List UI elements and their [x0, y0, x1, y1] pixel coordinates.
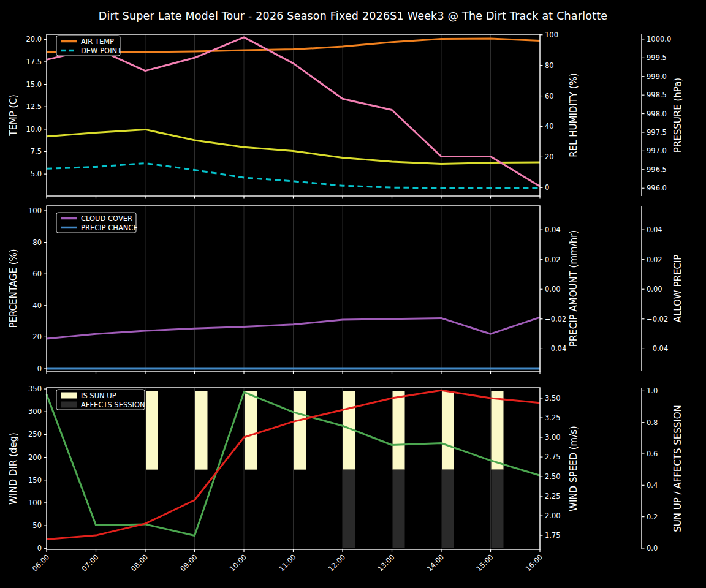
is-sun-up-bar [442, 391, 454, 469]
y-tick-label: 40 [32, 301, 42, 310]
y-tick-label: 0 [545, 183, 549, 192]
affects-session-legend-label: AFFECTS SESSION [81, 401, 145, 409]
x-tick-label: 12:00 [327, 552, 347, 573]
y-tick-label: 0.02 [545, 255, 561, 264]
y-tick-label: 0.00 [647, 285, 662, 293]
y-tick-label: 2.25 [545, 492, 561, 500]
x-tick-label: 07:00 [80, 552, 100, 573]
affects-session-bar [343, 470, 355, 548]
y-tick-label: 996.0 [647, 184, 667, 192]
y-tick-label: 1.75 [545, 531, 561, 540]
x-tick-label: 15:00 [474, 552, 495, 573]
affects-session-legend-swatch [61, 402, 77, 408]
y-tick-label: 0.04 [647, 225, 662, 234]
x-tick-label: 14:00 [425, 552, 446, 573]
axis-title: TEMP (C) [8, 94, 19, 137]
y-tick-label: 0.04 [545, 225, 561, 234]
y-tick-label: 0.2 [647, 513, 658, 521]
weather-charts-svg: 5.07.510.012.515.017.520.002040608010099… [0, 0, 706, 588]
y-tick-label: 998.0 [647, 110, 667, 118]
is-sun-up-bar [146, 391, 158, 469]
y-tick-label: 300 [28, 407, 42, 416]
y-tick-label: 7.5 [31, 147, 42, 156]
x-tick-label: 08:00 [129, 552, 150, 573]
y-tick-label: 150 [28, 476, 42, 484]
y-tick-label: −0.04 [545, 344, 566, 353]
y-tick-label: 60 [545, 92, 554, 100]
is-sun-up-bar [393, 391, 405, 469]
y-tick-label: 15.0 [26, 80, 42, 89]
legend: CLOUD COVERPRECIP CHANCE [56, 213, 138, 233]
y-tick-label: 2.00 [545, 511, 561, 520]
is-sun-up-bar [492, 391, 504, 469]
precip-chance-legend-label: PRECIP CHANCE [81, 224, 138, 232]
y-tick-label: 0.00 [545, 285, 561, 293]
y-tick-label: 0 [37, 364, 42, 373]
affects-session-bar [393, 470, 405, 548]
y-tick-label: 40 [545, 122, 554, 130]
x-tick-label: 13:00 [376, 552, 396, 573]
temperature-panel: 5.07.510.012.515.017.520.002040608010099… [8, 31, 683, 199]
y-tick-label: 12.5 [26, 102, 42, 111]
is-sun-up-bar [245, 391, 257, 469]
y-tick-label: 2.50 [545, 472, 561, 481]
axis-title: PRESSURE (hPa) [672, 78, 683, 153]
wind-panel: 06:0007:0008:0009:0010:0011:0012:0013:00… [8, 385, 683, 573]
weather-figure: { "title": "Dirt Super Late Model Tour -… [0, 0, 706, 588]
y-tick-label: 996.5 [647, 165, 667, 174]
y-tick-label: 10.0 [26, 125, 42, 134]
y-tick-label: −0.02 [545, 315, 566, 323]
air-temp-legend-label: AIR TEMP [81, 37, 114, 46]
y-tick-label: −0.02 [647, 315, 668, 323]
y-tick-label: 50 [32, 521, 42, 530]
y-tick-label: 100 [545, 31, 558, 39]
legend: IS SUN UPAFFECTS SESSION [56, 390, 145, 410]
y-tick-label: 5.0 [31, 170, 42, 178]
axis-title: SUN UP / AFFECTS SESSION [672, 405, 683, 532]
precipitation-panel: 020406080100−0.04−0.020.000.020.04−0.04−… [8, 206, 683, 374]
y-tick-label: 100 [28, 499, 42, 507]
y-tick-label: 3.00 [545, 433, 561, 442]
y-tick-label: 60 [32, 270, 42, 278]
y-tick-label: 0 [37, 544, 42, 552]
is-sun-up-bar [294, 391, 306, 469]
y-tick-label: 998.5 [647, 91, 667, 99]
y-tick-label: 3.50 [545, 394, 561, 402]
is-sun-up-legend-label: IS SUN UP [81, 391, 116, 400]
cloud-cover-legend-label: CLOUD COVER [81, 214, 132, 223]
x-tick-label: 06:00 [31, 552, 51, 573]
y-tick-label: 0.6 [647, 450, 658, 458]
y-tick-label: 1000.0 [647, 35, 671, 43]
y-tick-label: 250 [28, 430, 42, 439]
x-tick-label: 10:00 [228, 552, 248, 573]
y-tick-label: 997.0 [647, 146, 667, 155]
axis-title: WIND DIR (deg) [8, 432, 19, 505]
axis-title: REL HUMIDITY (%) [568, 73, 579, 157]
x-tick-label: 09:00 [178, 552, 199, 573]
legend: AIR TEMPDEW POINT [56, 36, 122, 56]
y-tick-label: 999.5 [647, 53, 667, 62]
x-tick-label: 16:00 [524, 552, 544, 573]
y-tick-label: 80 [545, 61, 554, 70]
is-sun-up-legend-swatch [61, 393, 77, 399]
y-tick-label: 3.25 [545, 413, 561, 422]
y-tick-label: 20 [32, 333, 42, 341]
y-tick-label: 0.02 [647, 255, 662, 264]
y-tick-label: 2.75 [545, 453, 561, 461]
axis-title: PERCENTAGE (%) [8, 249, 19, 328]
affects-session-bar [492, 470, 504, 548]
y-tick-label: 17.5 [26, 58, 42, 66]
x-tick-label: 11:00 [277, 552, 297, 573]
is-sun-up-bar [195, 391, 208, 469]
axis-title: ALLOW PRECIP [672, 255, 683, 323]
axis-title: WIND SPEED (m/s) [568, 426, 579, 511]
axis-title: PRECIP AMOUNT (mm/hr) [568, 230, 579, 347]
y-tick-label: 999.0 [647, 72, 667, 81]
y-tick-label: 0.4 [647, 481, 658, 489]
y-tick-label: 997.5 [647, 128, 667, 137]
y-tick-label: 350 [28, 385, 42, 393]
affects-session-bar [442, 470, 454, 548]
y-tick-label: −0.04 [647, 344, 668, 353]
dew-point-legend-label: DEW POINT [81, 47, 122, 55]
y-tick-label: 1.0 [647, 386, 658, 395]
